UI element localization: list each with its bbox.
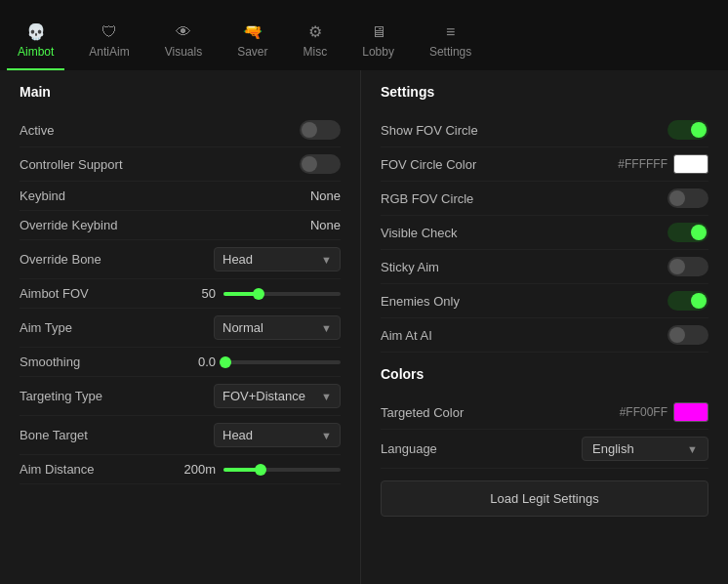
setting-row-enemies-only: Enemies Only: [381, 284, 708, 318]
track-aimbot-fov[interactable]: [223, 292, 341, 296]
setting-row-keybind: Keybind None: [20, 182, 341, 211]
label-aimbot-fov: Aimbot FOV: [20, 286, 89, 301]
label-sticky-aim: Sticky Aim: [381, 260, 439, 274]
nav-label-saver: Saver: [237, 45, 267, 59]
chevron-down-icon: ▼: [321, 430, 332, 441]
load-legit-settings-button[interactable]: Load Legit Settings: [381, 480, 708, 517]
setting-row-visible-check: Visible Check: [381, 216, 708, 250]
targeted-color-hex: #FF00FF: [620, 405, 667, 419]
nav-label-aimbot: Aimbot: [18, 45, 54, 59]
nav-item-settings[interactable]: ≡ Settings: [412, 16, 489, 70]
misc-icon: ⚙: [308, 22, 322, 41]
label-override-bone: Override Bone: [20, 252, 101, 267]
dropdown-language-value: English: [592, 441, 634, 456]
dropdown-aim-type[interactable]: Normal ▼: [214, 315, 341, 340]
toggle-active[interactable]: [300, 120, 341, 140]
value-override-keybind: None: [310, 218, 341, 232]
dropdown-targeting-type[interactable]: FOV+Distance ▼: [214, 384, 341, 408]
toggle-controller[interactable]: [300, 154, 341, 174]
saver-icon: 🔫: [243, 22, 263, 41]
val-aimbot-fov: 50: [181, 286, 216, 301]
label-override-keybind: Override Keybind: [20, 218, 117, 232]
toggle-show-fov[interactable]: [667, 120, 708, 140]
setting-row-bone-target: Bone Target Head ▼: [20, 416, 341, 455]
nav-label-misc: Misc: [303, 45, 328, 59]
val-smoothing: 0.0: [181, 355, 216, 369]
nav-item-saver[interactable]: 🔫 Saver: [220, 15, 285, 70]
nav-bar: 💀 Aimbot 🛡 AntiAim 👁 Visuals 🔫 Saver ⚙ M…: [0, 0, 728, 70]
setting-row-targeting-type: Targeting Type FOV+Distance ▼: [20, 377, 341, 416]
toggle-rgb-fov[interactable]: [667, 188, 708, 208]
track-smoothing[interactable]: [223, 360, 341, 364]
label-aim-type: Aim Type: [20, 320, 72, 335]
dropdown-override-bone[interactable]: Head ▼: [214, 247, 341, 271]
lobby-icon: 🖥: [371, 23, 386, 41]
label-controller: Controller Support: [20, 157, 123, 172]
val-aim-distance: 200m: [181, 462, 216, 477]
setting-row-aim-type: Aim Type Normal ▼: [20, 309, 341, 348]
targeted-color-swatch[interactable]: [673, 402, 708, 422]
label-aim-at-ai: Aim At AI: [381, 328, 432, 343]
label-rgb-fov: RGB FOV Circle: [381, 191, 473, 206]
toggle-aim-at-ai[interactable]: [667, 325, 708, 345]
dropdown-override-bone-value: Head: [222, 252, 253, 267]
toggle-visible-check[interactable]: [667, 223, 708, 242]
label-enemies-only: Enemies Only: [381, 294, 460, 309]
slider-row-aim-distance: 200m: [181, 462, 341, 477]
fov-color-swatch[interactable]: [673, 154, 708, 174]
thumb-aim-distance[interactable]: [255, 464, 266, 476]
nav-item-aimbot[interactable]: 💀 Aimbot: [0, 15, 71, 70]
slider-row-smoothing: 0.0: [181, 355, 341, 369]
chevron-down-icon: ▼: [321, 254, 332, 266]
label-visible-check: Visible Check: [381, 226, 458, 240]
thumb-aimbot-fov[interactable]: [253, 288, 264, 300]
thumb-smoothing[interactable]: [220, 356, 231, 368]
nav-label-settings: Settings: [429, 45, 471, 59]
left-panel: Main Active Controller Support Keybind N…: [0, 70, 361, 584]
nav-item-antiaim[interactable]: 🛡 AntiAim: [71, 16, 146, 70]
colors-section-title: Colors: [381, 366, 708, 382]
nav-item-misc[interactable]: ⚙ Misc: [286, 15, 345, 70]
label-language: Language: [381, 441, 437, 456]
nav-label-visuals: Visuals: [165, 45, 202, 59]
label-targeting-type: Targeting Type: [20, 389, 102, 403]
label-keybind: Keybind: [20, 188, 65, 203]
fov-color-hex: #FFFFFF: [618, 157, 667, 171]
toggle-enemies-only[interactable]: [667, 291, 708, 311]
nav-label-lobby: Lobby: [362, 45, 394, 59]
label-bone-target: Bone Target: [20, 428, 88, 442]
label-fov-color: FOV Circle Color: [381, 157, 476, 172]
right-panel: Settings Show FOV Circle FOV Circle Colo…: [361, 70, 728, 584]
toggle-sticky-aim[interactable]: [667, 257, 708, 276]
setting-row-language: Language English ▼: [381, 430, 708, 469]
nav-item-lobby[interactable]: 🖥 Lobby: [344, 16, 412, 70]
settings-icon: ≡: [446, 23, 455, 41]
targeted-color-right: #FF00FF: [620, 402, 708, 422]
right-panel-title: Settings: [381, 84, 708, 100]
setting-row-override-keybind: Override Keybind None: [20, 211, 341, 240]
dropdown-aim-type-value: Normal: [222, 320, 263, 335]
setting-row-targeted-color: Targeted Color #FF00FF: [381, 396, 708, 430]
setting-row-override-bone: Override Bone Head ▼: [20, 240, 341, 279]
label-show-fov: Show FOV Circle: [381, 123, 478, 138]
content: Main Active Controller Support Keybind N…: [0, 70, 728, 584]
nav-item-visuals[interactable]: 👁 Visuals: [147, 16, 220, 70]
track-aim-distance[interactable]: [223, 468, 341, 472]
dropdown-bone-target-value: Head: [222, 428, 253, 442]
setting-row-aimbot-fov: Aimbot FOV 50: [20, 279, 341, 309]
dropdown-bone-target[interactable]: Head ▼: [214, 423, 341, 447]
setting-row-controller: Controller Support: [20, 147, 341, 182]
setting-row-sticky-aim: Sticky Aim: [381, 250, 708, 284]
aimbot-icon: 💀: [26, 22, 46, 41]
slider-row-aimbot-fov: 50: [181, 286, 341, 301]
fov-color-right: #FFFFFF: [618, 154, 708, 174]
visuals-icon: 👁: [176, 23, 191, 41]
chevron-down-icon: ▼: [321, 391, 332, 402]
dropdown-language[interactable]: English ▼: [582, 437, 708, 461]
label-aim-distance: Aim Distance: [20, 462, 95, 477]
dropdown-targeting-type-value: FOV+Distance: [222, 389, 305, 403]
setting-row-active: Active: [20, 113, 341, 147]
setting-row-show-fov: Show FOV Circle: [381, 113, 708, 147]
chevron-down-icon: ▼: [321, 322, 332, 334]
antiaim-icon: 🛡: [101, 23, 117, 41]
